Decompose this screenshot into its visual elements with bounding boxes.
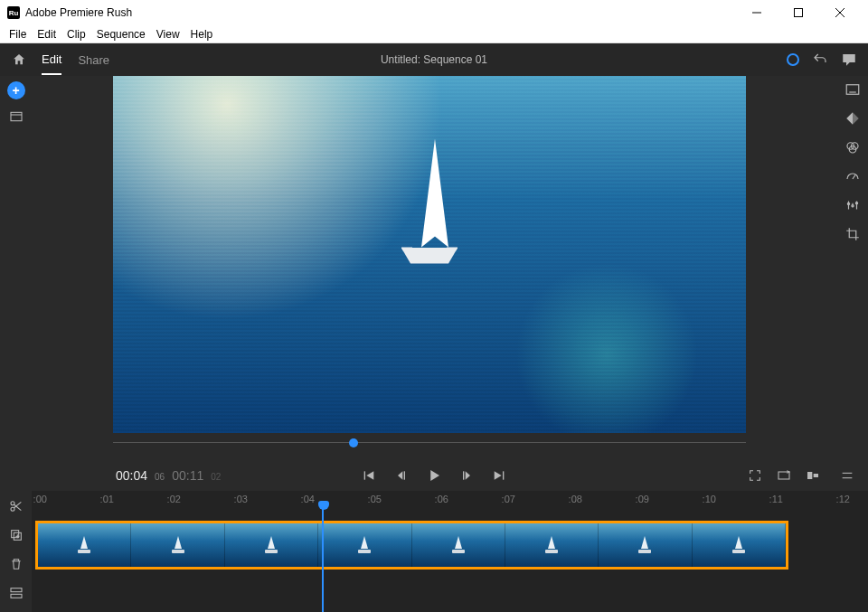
app-title: Adobe Premiere Rush — [25, 6, 132, 19]
svg-rect-24 — [814, 474, 818, 477]
menu-edit[interactable]: Edit — [32, 28, 61, 41]
step-forward-button[interactable] — [458, 467, 475, 484]
timeline-body[interactable]: :00 :01 :02 :03 :04 :05 :06 :07 :08 :09 … — [32, 491, 868, 612]
clip-thumbnail — [599, 523, 692, 567]
ruler-tick: :01 — [100, 494, 114, 504]
preview-scrubber[interactable] — [113, 435, 746, 449]
timecode-current-frames: 06 — [155, 472, 165, 482]
speed-panel-icon[interactable] — [844, 168, 861, 184]
window-maximize-button[interactable] — [778, 0, 819, 25]
clip-thumbnail — [318, 523, 411, 567]
window-titlebar: Ru Adobe Premiere Rush — [0, 0, 868, 25]
clip-thumbnail — [131, 523, 224, 567]
ruler-tick: :05 — [368, 494, 382, 504]
transitions-panel-icon[interactable] — [844, 110, 861, 127]
menu-file[interactable]: File — [4, 28, 32, 41]
document-title: Untitled: Sequence 01 — [381, 53, 487, 66]
ruler-tick: :07 — [502, 494, 515, 504]
clip-thumbnail — [225, 523, 318, 567]
video-clip[interactable] — [35, 521, 788, 570]
delete-icon[interactable] — [8, 556, 24, 572]
svg-rect-6 — [846, 85, 859, 95]
app-icon: Ru — [7, 6, 20, 19]
fullscreen-icon[interactable] — [747, 467, 763, 484]
menu-bar: File Edit Clip Sequence View Help — [0, 25, 868, 43]
project-panel-icon[interactable] — [8, 108, 24, 125]
play-button[interactable] — [426, 467, 442, 484]
comment-icon[interactable] — [841, 52, 857, 68]
svg-rect-18 — [364, 471, 365, 479]
clip-thumbnail — [505, 523, 599, 567]
undo-icon[interactable] — [812, 52, 828, 68]
ruler-tick: :12 — [836, 494, 850, 504]
ruler-tick: :00 — [33, 494, 47, 504]
color-panel-icon[interactable] — [844, 139, 861, 155]
ruler-tick: :11 — [769, 494, 783, 504]
ruler-tick: :09 — [636, 494, 649, 504]
left-tool-strip: + — [0, 76, 32, 460]
svg-rect-20 — [463, 471, 464, 479]
timecode-duration: 00:11 — [172, 468, 203, 483]
video-track[interactable] — [35, 521, 788, 570]
window-close-button[interactable] — [819, 0, 861, 25]
timecode-current: 00:04 — [116, 468, 147, 483]
svg-rect-21 — [503, 471, 504, 479]
go-to-end-button[interactable] — [491, 467, 507, 484]
titles-panel-icon[interactable] — [844, 81, 861, 98]
playhead[interactable] — [322, 501, 324, 612]
expand-tracks-icon[interactable] — [8, 585, 24, 601]
app-toolbar: Edit Share Untitled: Sequence 01 — [0, 43, 868, 76]
svg-rect-36 — [11, 594, 22, 598]
transport-bar: 00:0406 00:1102 — [0, 460, 868, 491]
menu-sequence[interactable]: Sequence — [91, 28, 151, 41]
svg-line-11 — [853, 175, 855, 180]
svg-rect-1 — [795, 9, 803, 17]
ruler-tick: :10 — [703, 494, 716, 504]
ruler-tick: :02 — [167, 494, 181, 504]
timecode-duration-frames: 02 — [211, 472, 221, 482]
ruler-tick: :04 — [301, 494, 315, 504]
right-tool-strip — [836, 76, 868, 460]
timeline-options-icon[interactable] — [839, 467, 855, 484]
scrubber-handle[interactable] — [349, 438, 358, 447]
ruler-tick: :06 — [435, 494, 448, 504]
svg-rect-19 — [404, 471, 405, 479]
go-to-start-button[interactable] — [361, 467, 377, 484]
timeline-area: :00 :01 :02 :03 :04 :05 :06 :07 :08 :09 … — [0, 491, 868, 612]
add-media-button[interactable]: + — [7, 81, 25, 99]
time-ruler[interactable]: :00 :01 :02 :03 :04 :05 :06 :07 :08 :09 … — [32, 491, 868, 511]
ruler-tick: :08 — [569, 494, 582, 504]
cloud-sync-icon[interactable] — [787, 53, 799, 66]
tab-share[interactable]: Share — [78, 46, 109, 74]
step-back-button[interactable] — [393, 467, 410, 484]
clip-thumbnail — [693, 523, 786, 567]
ruler-tick: :03 — [234, 494, 248, 504]
clip-thumbnail — [38, 523, 131, 567]
menu-clip[interactable]: Clip — [61, 28, 91, 41]
timeline-tool-strip — [0, 491, 32, 612]
crop-panel-icon[interactable] — [844, 226, 861, 242]
preview-column — [32, 76, 836, 460]
menu-view[interactable]: View — [151, 28, 185, 41]
svg-rect-23 — [807, 472, 812, 479]
svg-rect-35 — [11, 588, 22, 592]
loop-icon[interactable] — [776, 467, 792, 484]
svg-rect-4 — [11, 112, 22, 120]
aspect-icon[interactable] — [805, 467, 821, 484]
scissors-icon[interactable] — [8, 498, 24, 514]
menu-help[interactable]: Help — [185, 28, 219, 41]
window-minimize-button[interactable] — [736, 0, 778, 25]
timecode-display[interactable]: 00:0406 00:1102 — [116, 468, 221, 483]
audio-panel-icon[interactable] — [844, 197, 861, 213]
video-preview[interactable] — [113, 76, 746, 433]
clip-thumbnail — [412, 523, 505, 567]
tab-edit[interactable]: Edit — [42, 45, 61, 75]
home-icon[interactable] — [11, 52, 27, 68]
duplicate-icon[interactable] — [8, 527, 24, 543]
